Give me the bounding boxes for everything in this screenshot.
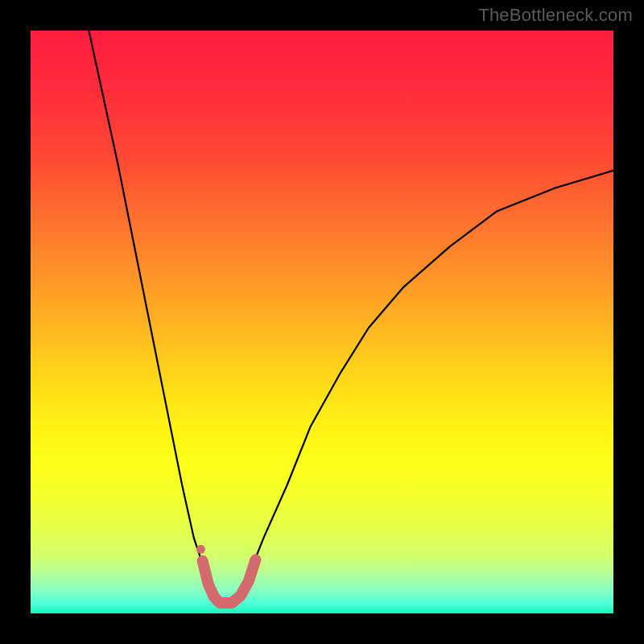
watermark-text: TheBottleneck.com xyxy=(478,5,633,26)
chart-frame: TheBottleneck.com xyxy=(0,0,644,644)
worm-overlay xyxy=(203,559,256,603)
curve-line xyxy=(89,31,613,608)
plot-area xyxy=(31,31,613,613)
chart-svg xyxy=(31,31,613,613)
svg-point-0 xyxy=(196,545,205,554)
worm-dot xyxy=(196,545,205,554)
